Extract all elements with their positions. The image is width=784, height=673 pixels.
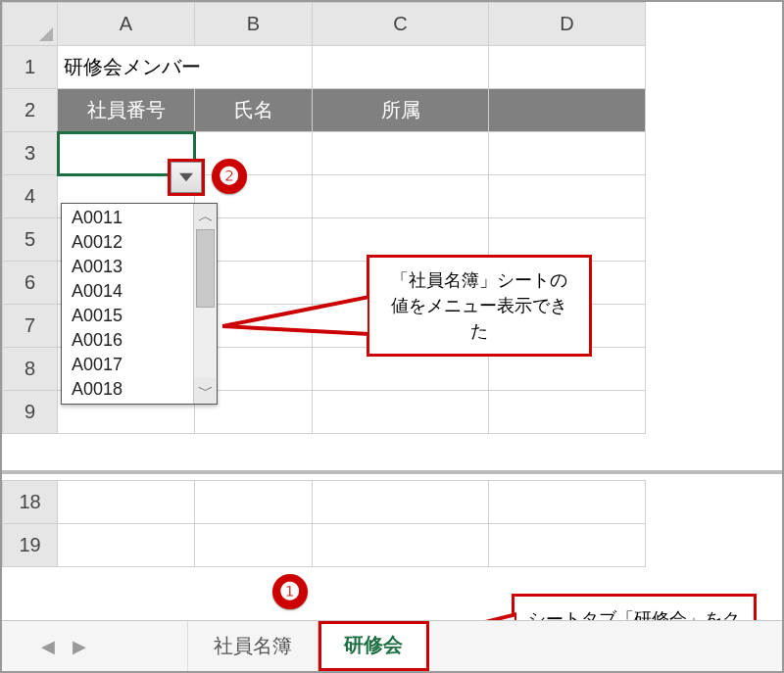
cell-D4[interactable] [489, 175, 646, 218]
cell-C18[interactable] [313, 481, 489, 524]
scroll-up-icon[interactable]: ︿ [194, 204, 217, 229]
annotation-marker-2: ❷ [212, 159, 247, 194]
sheet-nav-buttons: ◀ ▶ [2, 621, 188, 671]
dropdown-scrollbar[interactable]: ︿ ﹀ [193, 204, 217, 404]
cell-D19[interactable] [489, 524, 646, 567]
cell-D1[interactable] [489, 46, 646, 89]
row-header-6[interactable]: 6 [3, 262, 58, 305]
cell-C19[interactable] [313, 524, 489, 567]
svg-marker-0 [222, 297, 369, 334]
row-header-7[interactable]: 7 [3, 305, 58, 348]
dropdown-item[interactable]: A0012 [62, 230, 193, 255]
col-header-A[interactable]: A [58, 3, 195, 46]
scroll-down-icon[interactable]: ﹀ [194, 378, 217, 404]
cell-C1[interactable] [313, 46, 489, 89]
cell-A2[interactable]: 社員番号 [58, 89, 195, 132]
cell-D3[interactable] [489, 132, 646, 175]
dropdown-item[interactable]: A0017 [62, 353, 193, 377]
sheet-nav-prev-icon[interactable]: ◀ [41, 636, 55, 657]
cell-A18[interactable] [58, 481, 195, 524]
cell-A19[interactable] [58, 524, 195, 567]
col-header-D[interactable]: D [489, 3, 646, 46]
dropdown-item[interactable]: A0013 [62, 255, 193, 279]
row-header-4[interactable]: 4 [3, 175, 58, 218]
row-header-9[interactable]: 9 [3, 391, 58, 434]
dropdown-item[interactable]: A0016 [62, 328, 193, 353]
sheet-tab-kenshukai[interactable]: 研修会 [318, 621, 429, 671]
row-header-1[interactable]: 1 [3, 46, 58, 89]
callout-tail-icon [222, 287, 369, 344]
cell-C9[interactable] [313, 391, 489, 434]
cell-C4[interactable] [313, 175, 489, 218]
cell-D9[interactable] [489, 391, 646, 434]
cell-C2[interactable]: 所属 [313, 89, 489, 132]
dropdown-item[interactable]: A0014 [62, 279, 193, 304]
col-header-C[interactable]: C [313, 3, 489, 46]
cell-D18[interactable] [489, 481, 646, 524]
cell-B18[interactable] [195, 481, 313, 524]
pane-split [2, 470, 782, 474]
sheet-nav-next-icon[interactable]: ▶ [73, 636, 86, 657]
data-validation-dropdown-button[interactable] [171, 162, 202, 193]
scroll-thumb[interactable] [196, 229, 215, 308]
callout-text: 「社員名簿」シートの値をメニュー表示できた [391, 270, 567, 341]
dropdown-item[interactable]: A0015 [62, 304, 193, 328]
row-header-5[interactable]: 5 [3, 218, 58, 262]
excel-window: A B C D 1 研修会メンバー 2 社員番号 氏名 所属 3 4 5 6 7 [0, 0, 784, 673]
chevron-down-icon [179, 170, 193, 184]
cell-B2[interactable]: 氏名 [195, 89, 313, 132]
cell-A1[interactable]: 研修会メンバー [58, 46, 313, 89]
cell-B19[interactable] [195, 524, 313, 567]
sheet-tab-bar: ◀ ▶ 社員名簿 研修会 [2, 620, 782, 671]
annotation-callout-1: 「社員名簿」シートの値をメニュー表示できた [367, 255, 592, 357]
col-header-B[interactable]: B [195, 3, 313, 46]
row-header-19[interactable]: 19 [3, 524, 58, 567]
row-header-8[interactable]: 8 [3, 348, 58, 391]
row-header-18[interactable]: 18 [3, 481, 58, 524]
scroll-track[interactable] [194, 229, 217, 378]
row-header-2[interactable]: 2 [3, 89, 58, 132]
worksheet-grid-bottom: 18 19 [2, 480, 646, 567]
dropdown-item[interactable]: A0018 [62, 377, 193, 402]
data-validation-dropdown-list[interactable]: A0011 A0012 A0013 A0014 A0015 A0016 A001… [61, 203, 218, 405]
row-header-3[interactable]: 3 [3, 132, 58, 175]
dropdown-item[interactable]: A0011 [62, 206, 193, 230]
annotation-marker-1: ❶ [272, 574, 308, 609]
cell-C3[interactable] [313, 132, 489, 175]
sheet-tab-shainmeibo[interactable]: 社員名簿 [188, 621, 318, 671]
dropdown-items: A0011 A0012 A0013 A0014 A0015 A0016 A001… [62, 204, 193, 404]
select-all-corner[interactable] [3, 3, 58, 46]
cell-D2[interactable] [489, 89, 646, 132]
